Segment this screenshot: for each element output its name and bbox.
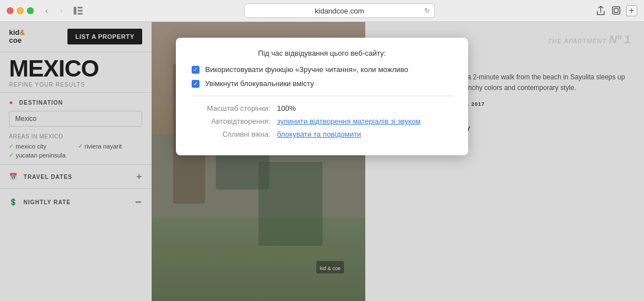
reader-option-label: Використовувати функцію «Зручне читання»… [205, 65, 408, 74]
svg-rect-4 [613, 7, 620, 14]
svg-rect-1 [78, 7, 83, 8]
popup-option-blocker: ✓ Увімкнути блокувальники вмісту [192, 79, 452, 88]
blocker-checkbox[interactable]: ✓ [192, 80, 199, 88]
popup-divider [192, 96, 452, 96]
share-button[interactable] [595, 5, 607, 17]
url-text: kidandcoe.com [315, 7, 364, 15]
tabs-button[interactable] [610, 5, 623, 17]
popup-option-reader: ✓ Використовувати функцію «Зручне читанн… [192, 65, 452, 74]
address-bar[interactable]: kidandcoe.com ↻ [244, 3, 435, 18]
address-bar-container: kidandcoe.com ↻ [89, 3, 590, 18]
svg-rect-3 [78, 13, 83, 15]
reader-checkbox[interactable]: ✓ [192, 66, 199, 74]
browser-actions: + [595, 5, 637, 17]
close-button[interactable] [7, 7, 13, 14]
blocker-option-label: Увімкнути блокувальники вмісту [205, 79, 314, 88]
traffic-lights [7, 7, 34, 14]
new-tab-button[interactable]: + [626, 5, 637, 16]
back-button[interactable]: ‹ [40, 5, 53, 17]
autoplay-label: Автовідтворення: [192, 117, 270, 125]
browser-chrome: ‹ › kidandcoe.com ↻ [0, 0, 644, 22]
scale-row: Масштаб сторінки: 100% [192, 104, 452, 113]
check-mark: ✓ [193, 80, 198, 87]
popups-row: Спливні вікна: блокувати та повідомити [192, 130, 452, 138]
scale-value: 100% [277, 104, 296, 113]
popup-title: Під час відвідування цього веб-сайту: [192, 49, 452, 57]
check-mark: ✓ [193, 66, 198, 73]
maximize-button[interactable] [27, 7, 34, 14]
svg-rect-0 [74, 7, 76, 15]
nav-buttons: ‹ › [40, 5, 67, 17]
autoplay-value[interactable]: зупинити відтворення матеріалів зі звуко… [277, 117, 420, 125]
svg-rect-5 [614, 8, 618, 12]
autoplay-row: Автовідтворення: зупинити відтворення ма… [192, 117, 452, 125]
popups-label: Спливні вікна: [192, 130, 270, 138]
sidebar-toggle-button[interactable] [72, 5, 84, 17]
reload-button[interactable]: ↻ [424, 7, 430, 15]
site-content: kid& coe LIST A PROPERTY MEXICO REFINE Y… [0, 22, 644, 301]
minimize-button[interactable] [17, 7, 24, 14]
svg-rect-2 [78, 10, 83, 12]
popups-value[interactable]: блокувати та повідомити [277, 130, 361, 138]
browser-settings-popup: Під час відвідування цього веб-сайту: ✓ … [176, 38, 468, 155]
scale-label: Масштаб сторінки: [192, 104, 270, 113]
title-bar: ‹ › kidandcoe.com ↻ [0, 0, 644, 21]
forward-button[interactable]: › [55, 5, 67, 17]
popup-overlay[interactable]: Під час відвідування цього веб-сайту: ✓ … [0, 22, 644, 301]
